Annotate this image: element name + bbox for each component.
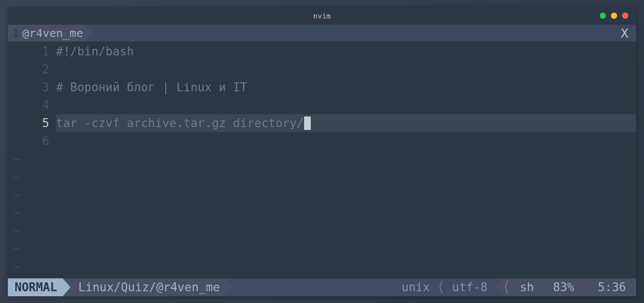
terminal-window: nvim 1 @r4ven_me X 1 2 3 4 5 6 — [8, 7, 636, 296]
line-number: 1 — [8, 43, 49, 60]
tab-close-button[interactable]: X — [613, 25, 636, 41]
separator-arrow-left-icon — [494, 278, 502, 296]
tilde-marker: ~ — [13, 258, 56, 276]
statusbar-spacer — [234, 278, 395, 296]
code-line[interactable] — [56, 132, 636, 150]
separator-arrow-left-icon: ⟨ — [502, 278, 511, 296]
line-number: 6 — [8, 132, 49, 150]
line-number: 3 — [8, 78, 49, 96]
file-format: unix — [395, 278, 437, 296]
window-controls — [600, 13, 628, 19]
scroll-percent: 83% — [543, 278, 584, 296]
editor-tabbar: 1 @r4ven_me X — [8, 25, 636, 41]
mode-indicator: NORMAL — [8, 278, 63, 296]
cursor-icon — [304, 116, 311, 130]
window-title: nvim — [313, 12, 330, 20]
separator-arrow-right-icon — [63, 278, 71, 296]
code-line-current[interactable]: tar -czvf archive.tar.gz directory/ — [56, 114, 636, 132]
tilde-marker: ~ — [13, 168, 56, 186]
minimize-button[interactable] — [600, 13, 606, 19]
code-area[interactable]: #!/bin/bash # Вороний блог | Linux и IT … — [56, 43, 636, 278]
tab-arrow-icon — [85, 25, 93, 41]
file-path: Linux/Quiz/@r4ven_me — [71, 278, 226, 296]
editor-left-column: 1 2 3 4 5 6 ~ ~ ~ ~ ~ ~ ~ — [8, 43, 56, 278]
line-number: 4 — [8, 96, 49, 114]
separator-arrow-left-icon: ⟨ — [437, 278, 446, 296]
tilde-marker: ~ — [13, 204, 56, 222]
file-encoding: utf-8 — [445, 278, 494, 296]
tab-active[interactable]: 1 @r4ven_me — [8, 25, 85, 41]
empty-line-tildes: ~ ~ ~ ~ ~ ~ ~ — [8, 150, 56, 276]
statusbar: NORMAL Linux/Quiz/@r4ven_me unix ⟨ utf-8… — [8, 278, 636, 296]
line-number: 2 — [8, 60, 49, 78]
code-line[interactable] — [56, 96, 636, 114]
tab-filename: @r4ven_me — [22, 26, 83, 40]
window-titlebar[interactable]: nvim — [8, 7, 636, 25]
code-line[interactable]: # Вороний блог | Linux и IT — [56, 78, 636, 96]
maximize-button[interactable] — [611, 13, 617, 19]
close-window-button[interactable] — [622, 13, 628, 19]
tab-number: 1 — [12, 26, 19, 40]
cursor-position: 5:36 — [584, 278, 636, 296]
editor-viewport[interactable]: 1 2 3 4 5 6 ~ ~ ~ ~ ~ ~ ~ #!/bin/bash # … — [8, 41, 636, 278]
tilde-marker: ~ — [13, 240, 56, 258]
separator-arrow-right-icon — [226, 278, 234, 296]
line-number-gutter: 1 2 3 4 5 6 — [8, 43, 56, 150]
tilde-marker: ~ — [13, 186, 56, 204]
file-type: sh — [511, 278, 543, 296]
tilde-marker: ~ — [13, 150, 56, 168]
tilde-marker: ~ — [13, 222, 56, 240]
code-line[interactable] — [56, 60, 636, 78]
line-number-current: 5 — [8, 114, 49, 132]
code-line[interactable]: #!/bin/bash — [56, 43, 636, 60]
